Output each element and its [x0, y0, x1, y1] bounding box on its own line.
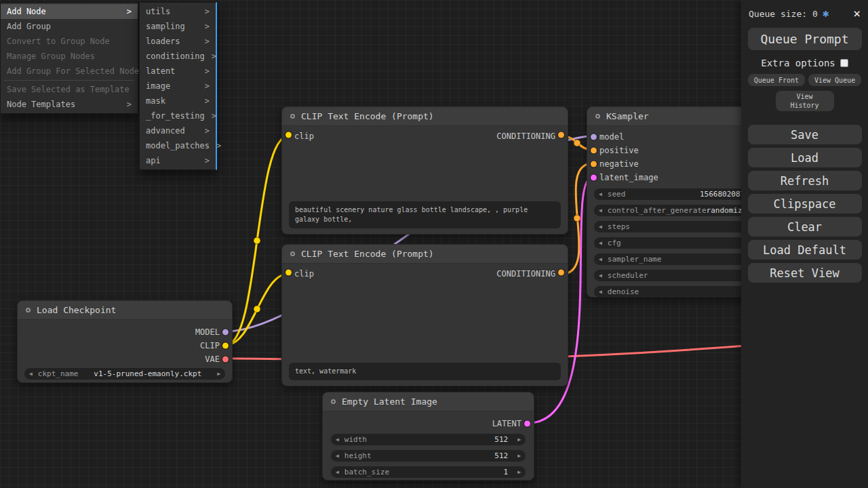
height-widget[interactable]: ◀ height 512 ▶ [331, 450, 526, 462]
node-status-dot [290, 114, 295, 119]
scheduler-widget[interactable]: ◀ scheduler ▶ [594, 270, 762, 281]
menu-item-label: Add Group [7, 22, 51, 31]
batch-size-widget[interactable]: ◀ batch_size 1 ▶ [331, 466, 526, 478]
submenu-item-mask[interactable]: mask > [140, 94, 216, 108]
control-after-generate-widget[interactable]: ◀ control_after_generate randomize ▶ [594, 205, 762, 216]
node-title: KSampler [606, 111, 649, 121]
step-left-icon[interactable]: ◀ [29, 371, 33, 377]
submenu-arrow-icon: > [205, 22, 210, 31]
refresh-button[interactable]: Refresh [748, 171, 862, 190]
step-right-icon[interactable]: ▶ [217, 371, 220, 377]
node-status-dot [595, 114, 600, 119]
load-button[interactable]: Load [748, 148, 862, 167]
node-status-dot [26, 308, 31, 312]
extra-options-checkbox[interactable] [840, 59, 848, 67]
submenu-arrow-icon: > [127, 7, 132, 16]
latent-output-slot[interactable] [524, 421, 530, 427]
submenu-item-for-testing[interactable]: _for_testing > [140, 108, 216, 123]
width-widget[interactable]: ◀ width 512 ▶ [331, 434, 526, 445]
step-left-icon[interactable]: ◀ [599, 257, 602, 262]
node-header[interactable]: CLIP Text Encode (Prompt) [282, 107, 568, 126]
step-left-icon[interactable]: ◀ [336, 453, 339, 459]
step-left-icon[interactable]: ◀ [599, 241, 602, 246]
clipspace-button[interactable]: Clipspace [748, 194, 862, 214]
menu-item-label: image [146, 81, 170, 91]
cfg-widget[interactable]: ◀ cfg ▶ [594, 237, 762, 249]
step-right-icon[interactable]: ▶ [517, 453, 521, 459]
widget-label: seed [608, 190, 626, 199]
node-clip-text-encode-1[interactable]: CLIP Text Encode (Prompt) clip CONDITION… [281, 106, 568, 235]
node-header[interactable]: Load Checkpoint [18, 301, 232, 320]
submenu-item-image[interactable]: image > [140, 79, 216, 94]
step-left-icon[interactable]: ◀ [599, 208, 602, 214]
menu-item-label: _for_testing [146, 111, 205, 121]
menu-item-add-node[interactable]: Add Node > [1, 4, 138, 19]
submenu-item-conditioning[interactable]: conditioning > [140, 49, 216, 64]
submenu-item-latent[interactable]: latent > [140, 64, 216, 79]
steps-widget[interactable]: ◀ steps ▶ [594, 221, 762, 232]
submenu-item-model-patches[interactable]: model_patches > [140, 138, 216, 153]
submenu-item-sampling[interactable]: sampling > [140, 19, 216, 34]
node-clip-text-encode-2[interactable]: CLIP Text Encode (Prompt) clip CONDITION… [281, 244, 568, 386]
link-midpoint-dot [574, 140, 580, 146]
clip-output-slot[interactable] [222, 343, 229, 349]
negative-input-slot[interactable] [591, 161, 597, 167]
denoise-widget[interactable]: ◀ denoise ▶ [594, 286, 762, 298]
close-icon[interactable]: × [853, 7, 861, 20]
link-midpoint-dot [254, 237, 260, 244]
view-history-button[interactable]: View History [776, 91, 834, 111]
step-right-icon[interactable]: ▶ [517, 470, 521, 475]
widget-label: control_after_generate [608, 206, 707, 215]
model-output-slot[interactable] [222, 329, 229, 336]
load-default-button[interactable]: Load Default [748, 240, 862, 260]
node-empty-latent-image[interactable]: Empty Latent Image LATENT ◀ width 512 ▶ … [322, 392, 534, 481]
menu-item-node-templates[interactable]: Node Templates > [1, 97, 138, 112]
clip-input-slot[interactable] [285, 270, 292, 276]
step-left-icon[interactable]: ◀ [599, 273, 602, 279]
save-button[interactable]: Save [748, 125, 862, 144]
queue-prompt-button[interactable]: Queue Prompt [748, 28, 862, 50]
node-header[interactable]: Empty Latent Image [323, 392, 534, 411]
positive-input-slot[interactable] [591, 148, 597, 154]
widget-label: sampler_name [608, 255, 661, 264]
view-queue-button[interactable]: View Queue [808, 74, 861, 86]
node-load-checkpoint[interactable]: Load Checkpoint MODEL CLIP VAE ◀ ckpt_na… [17, 300, 233, 383]
latent-image-input-slot[interactable] [591, 175, 597, 181]
settings-gear-icon[interactable]: ✱ [823, 8, 829, 19]
sampler-name-widget[interactable]: ◀ sampler_name ▶ [594, 253, 762, 265]
ckpt-name-widget[interactable]: ◀ ckpt_name v1-5-pruned-emaonly.ckpt ▶ [24, 368, 225, 380]
submenu-item-loaders[interactable]: loaders > [140, 34, 216, 49]
queue-front-button[interactable]: Queue Front [748, 74, 805, 86]
submenu-item-utils[interactable]: utils > [140, 4, 216, 19]
menu-item-label: latent [146, 66, 175, 76]
submenu-item-api[interactable]: api > [140, 153, 216, 168]
model-input-slot[interactable] [591, 134, 597, 140]
step-left-icon[interactable]: ◀ [599, 192, 602, 197]
conditioning-output-slot[interactable] [558, 132, 564, 138]
submenu-arrow-icon: > [216, 141, 221, 150]
submenu-arrow-icon: > [205, 96, 210, 106]
reset-view-button[interactable]: Reset View [748, 263, 862, 283]
step-left-icon[interactable]: ◀ [336, 437, 339, 443]
menu-item-add-group[interactable]: Add Group [1, 19, 138, 34]
step-left-icon[interactable]: ◀ [599, 224, 602, 230]
menu-item-label: Add Node [7, 7, 46, 16]
seed-widget[interactable]: ◀ seed 1566802087 ▶ [594, 188, 762, 200]
step-right-icon[interactable]: ▶ [517, 437, 521, 443]
menu-item-label: Convert to Group Node [7, 37, 110, 46]
prompt-textarea[interactable]: text, watermark [289, 363, 561, 380]
node-status-dot [331, 399, 336, 404]
prompt-textarea[interactable]: beautiful scenery nature glass bottle la… [289, 201, 561, 228]
clear-button[interactable]: Clear [748, 217, 862, 237]
node-header[interactable]: CLIP Text Encode (Prompt) [282, 245, 568, 264]
vae-output-slot[interactable] [222, 357, 229, 363]
submenu-arrow-icon: > [205, 81, 210, 91]
output-slot-label: VAE [205, 354, 220, 364]
clip-input-slot[interactable] [285, 132, 292, 138]
step-left-icon[interactable]: ◀ [599, 289, 602, 295]
step-left-icon[interactable]: ◀ [336, 470, 339, 475]
widget-label: height [344, 451, 372, 460]
submenu-item-advanced[interactable]: advanced > [140, 123, 216, 138]
conditioning-output-slot[interactable] [558, 270, 564, 276]
node-canvas[interactable]: CLIP Text Encode (Prompt) clip CONDITION… [0, 0, 868, 488]
